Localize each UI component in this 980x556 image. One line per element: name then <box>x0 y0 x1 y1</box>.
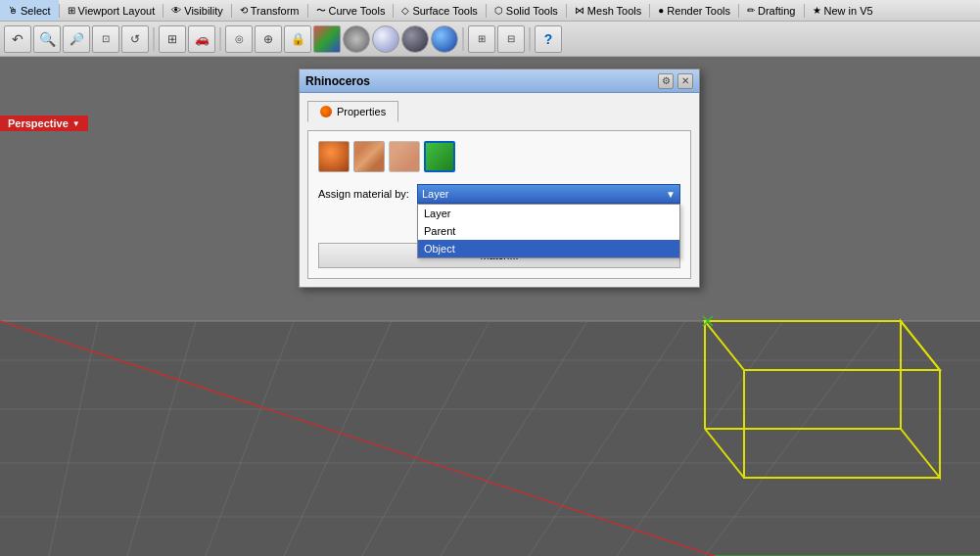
menu-item-solid-tools[interactable]: ⬡ Solid Tools <box>487 0 566 21</box>
menu-item-mesh-tools[interactable]: ⋈ Mesh Tools <box>567 0 649 21</box>
toolbar-btn-b[interactable]: ⊕ <box>255 25 282 53</box>
dropdown-container: Layer ▼ Layer Parent Object <box>417 184 680 204</box>
toolbar-separator <box>462 27 464 51</box>
toolbar-separator <box>153 27 155 51</box>
tab-properties[interactable]: Properties <box>307 101 398 122</box>
menu-item-drafting[interactable]: ✏ Drafting <box>739 0 804 21</box>
toolbar-btn-zoom-all[interactable]: ⊡ <box>92 25 119 53</box>
viewport-dropdown-icon: ▼ <box>72 119 80 128</box>
dialog-content: Assign material by: Layer ▼ Layer Parent… <box>307 130 691 279</box>
dropdown-selected-value: Layer <box>422 188 449 200</box>
material-color-icon[interactable] <box>318 141 350 172</box>
texture-icon[interactable] <box>353 141 385 172</box>
dialog-title: Rhinoceros <box>305 74 370 88</box>
dropdown-option-layer[interactable]: Layer <box>418 205 679 222</box>
toolbar-btn-help[interactable]: ? <box>535 25 562 53</box>
dropdown-option-parent[interactable]: Parent <box>418 222 679 240</box>
dropdown-arrow-icon: ▼ <box>666 189 676 200</box>
toolbar: ↶ 🔍 🔎 ⊡ ↺ ⊞ 🚗 ◎ ⊕ 🔒 ⊞ ⊟ ? <box>0 22 980 57</box>
dropdown-list: Layer Parent Object <box>417 204 680 258</box>
property-icons <box>318 141 680 172</box>
toolbar-btn-undo[interactable]: ↶ <box>4 25 31 53</box>
toolbar-btn-grid[interactable]: ⊞ <box>159 25 186 53</box>
menu-bar: 🖱 Select ⊞ Viewport Layout 👁 Visibility … <box>0 0 980 22</box>
dialog-close-button[interactable]: ✕ <box>677 73 693 89</box>
dialog-controls: ⚙ ✕ <box>658 73 693 89</box>
dropdown-option-object[interactable]: Object <box>418 240 679 257</box>
svg-rect-1 <box>0 321 980 556</box>
viewport-label[interactable]: Perspective ▼ <box>0 116 88 131</box>
toolbar-btn-blue-sphere[interactable] <box>431 25 458 53</box>
toolbar-btn-camera[interactable]: ⊟ <box>497 25 525 53</box>
toolbar-separator <box>529 27 531 51</box>
dialog-tabs: Properties <box>307 101 691 122</box>
dialog-body: Properties Assign material by: Layer ▼ <box>300 93 699 287</box>
toolbar-btn-dark-sphere[interactable] <box>401 25 429 53</box>
material-assignment-row: Assign material by: Layer ▼ Layer Parent… <box>318 184 680 204</box>
menu-item-viewport-layout[interactable]: ⊞ Viewport Layout <box>60 0 163 21</box>
toolbar-btn-rotate[interactable]: ↺ <box>121 25 149 53</box>
dialog-settings-button[interactable]: ⚙ <box>658 73 674 89</box>
assign-material-label: Assign material by: <box>318 188 409 200</box>
toolbar-btn-color2[interactable] <box>343 25 370 53</box>
menu-item-new-v5[interactable]: ★ New in V5 <box>805 0 881 21</box>
menu-item-select[interactable]: 🖱 Select <box>0 0 59 21</box>
menu-item-visibility[interactable]: 👁 Visibility <box>163 0 231 21</box>
toolbar-btn-zoom-out[interactable]: 🔎 <box>63 25 90 53</box>
properties-icon <box>320 106 332 117</box>
toolbar-btn-move[interactable]: ⊞ <box>468 25 495 53</box>
menu-item-curve-tools[interactable]: 〜 Curve Tools <box>308 0 394 21</box>
toolbar-separator <box>219 27 221 51</box>
menu-item-surface-tools[interactable]: ◇ Surface Tools <box>394 0 485 21</box>
bump-icon[interactable] <box>389 141 420 172</box>
environment-icon[interactable] <box>424 141 455 172</box>
dialog-titlebar: Rhinoceros ⚙ ✕ <box>300 70 699 93</box>
menu-item-render-tools[interactable]: ● Render Tools <box>650 0 738 21</box>
toolbar-btn-zoom-in[interactable]: 🔍 <box>33 25 61 53</box>
menu-item-transform[interactable]: ⟲ Transform <box>232 0 307 21</box>
toolbar-btn-sphere[interactable] <box>372 25 399 53</box>
properties-dialog: Rhinoceros ⚙ ✕ Properties Assign mate <box>299 69 700 288</box>
toolbar-btn-color1[interactable] <box>313 25 341 53</box>
dropdown-header[interactable]: Layer ▼ <box>417 184 680 204</box>
toolbar-btn-a[interactable]: ◎ <box>225 25 253 53</box>
toolbar-btn-lock[interactable]: 🔒 <box>284 25 311 53</box>
toolbar-btn-car[interactable]: 🚗 <box>188 25 215 53</box>
